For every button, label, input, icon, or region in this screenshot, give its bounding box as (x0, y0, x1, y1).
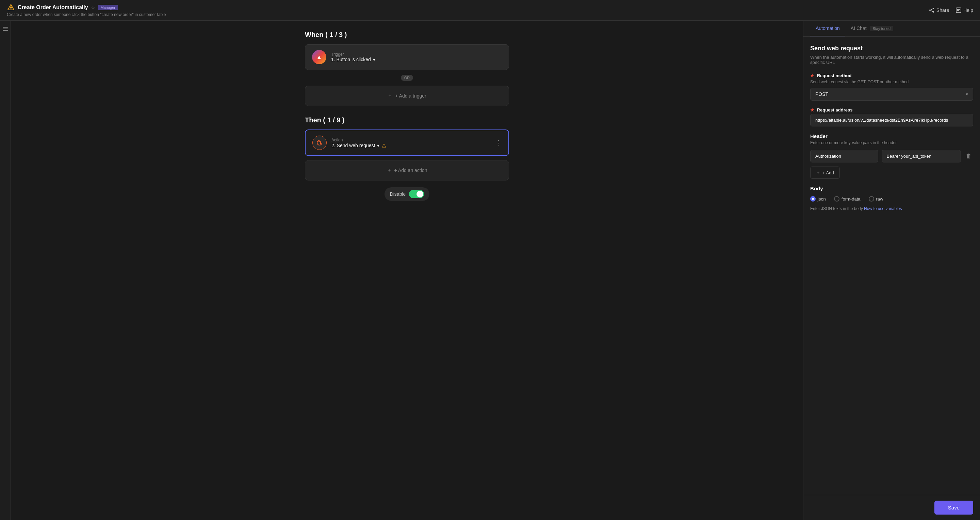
stay-tuned-badge: Stay tuned (870, 26, 893, 31)
svg-line-6 (931, 11, 933, 11)
tab-ai-chat[interactable]: AI Chat Stay tuned (845, 21, 899, 36)
bottom-bar: Disable (305, 181, 509, 208)
svg-point-4 (933, 11, 934, 13)
request-method-value: POST (815, 92, 828, 97)
when-section-title: When ( 1 / 3 ) (305, 31, 509, 39)
required-star-2: ★ (810, 108, 814, 113)
add-trigger-label: + Add a trigger (395, 93, 426, 98)
trigger-chevron: ▾ (373, 57, 375, 62)
disable-toggle[interactable]: Disable (385, 187, 430, 201)
request-address-label: ★ Request address (810, 108, 973, 113)
delete-header-button[interactable]: 🗑 (964, 151, 973, 161)
star-icon[interactable]: ☆ (91, 5, 95, 10)
select-chevron (966, 92, 968, 97)
svg-line-5 (931, 9, 933, 10)
header-section-title: Header (810, 133, 973, 139)
svg-rect-11 (3, 29, 8, 29)
action-name: 2. Send web request ▾ ⚠ (331, 143, 491, 149)
flow-container: When ( 1 / 3 ) ▲ Trigger 1. Button is cl… (305, 31, 509, 208)
body-section-title: Body (810, 185, 973, 191)
right-content: Send web request When the automation sta… (803, 37, 980, 495)
app-title: Create Order Automatically (18, 5, 88, 11)
panel-title: Send web request (810, 45, 973, 52)
app-icon (7, 3, 15, 11)
add-header-icon: ＋ (816, 170, 821, 176)
sidebar-toggle[interactable] (0, 21, 11, 520)
manager-badge: Manager (98, 5, 118, 10)
right-footer: Save (803, 495, 980, 520)
required-star: ★ (810, 73, 814, 78)
share-label: Share (937, 8, 949, 13)
request-address-input[interactable] (810, 114, 973, 127)
add-action-label: + Add an action (395, 168, 427, 173)
header-value-input[interactable] (882, 150, 961, 162)
action-card[interactable]: Action 2. Send web request ▾ ⚠ ⋮ (305, 130, 509, 156)
add-trigger-card[interactable]: ＋ + Add a trigger (305, 86, 509, 106)
trigger-label: Trigger (331, 52, 375, 57)
svg-point-1 (10, 6, 12, 8)
add-action-card[interactable]: ＋ + Add an action (305, 160, 509, 181)
then-section: Then ( 1 / 9 ) Action 2. Send web reques… (305, 116, 509, 181)
add-action-icon: ＋ (387, 167, 392, 173)
action-chevron: ▾ (377, 143, 379, 148)
main-layout: When ( 1 / 3 ) ▲ Trigger 1. Button is cl… (0, 21, 980, 520)
add-header-label: + Add (822, 170, 834, 175)
share-button[interactable]: Share (929, 8, 949, 13)
right-tabs: Automation AI Chat Stay tuned (803, 21, 980, 37)
add-header-button[interactable]: ＋ + Add (810, 166, 840, 179)
action-icon (312, 136, 327, 150)
more-options-button[interactable]: ⋮ (495, 139, 501, 146)
header-section-desc: Enter one or more key-value pairs in the… (810, 140, 973, 145)
action-label: Action (331, 138, 343, 143)
trigger-card[interactable]: ▲ Trigger 1. Button is clicked ▾ (305, 44, 509, 70)
then-section-title: Then ( 1 / 9 ) (305, 116, 509, 124)
svg-rect-7 (956, 8, 961, 13)
save-button[interactable]: Save (934, 501, 973, 515)
action-info: Action 2. Send web request ▾ ⚠ (331, 137, 491, 149)
radio-raw[interactable]: raw (869, 196, 883, 201)
request-method-label: ★ Request method (810, 73, 973, 78)
toggle-switch[interactable] (409, 190, 424, 198)
trigger-info: Trigger 1. Button is clicked ▾ (331, 52, 375, 62)
right-panel: Automation AI Chat Stay tuned Send web r… (803, 21, 980, 520)
how-to-use-link[interactable]: How to use variables (864, 206, 902, 211)
header-subtitle: Create a new order when someone click th… (7, 12, 166, 17)
radio-group: json form-data raw (810, 196, 973, 201)
radio-dot-json (810, 196, 816, 201)
trigger-icon: ▲ (312, 50, 326, 64)
toggle-knob (417, 191, 423, 197)
header-row: 🗑 (810, 150, 973, 162)
svg-point-2 (933, 8, 934, 9)
tab-automation[interactable]: Automation (810, 21, 845, 36)
panel-subtitle: When the automation starts working, it w… (810, 55, 973, 65)
left-panel: When ( 1 / 3 ) ▲ Trigger 1. Button is cl… (11, 21, 803, 520)
header-left: Create Order Automatically ☆ Manager Cre… (7, 3, 166, 17)
header-titles: Create Order Automatically ☆ Manager Cre… (7, 3, 166, 17)
help-label: Help (963, 8, 973, 13)
json-hint: Enter JSON texts in the body How to use … (810, 206, 973, 211)
or-divider: OR (305, 75, 509, 81)
header-key-input[interactable] (810, 150, 878, 162)
warning-icon: ⚠ (382, 143, 386, 149)
svg-rect-12 (3, 30, 8, 31)
top-header: Create Order Automatically ☆ Manager Cre… (0, 0, 980, 21)
disable-label: Disable (390, 191, 406, 197)
or-badge: OR (401, 75, 414, 81)
radio-dot-form (834, 196, 840, 201)
request-method-desc: Send web request via the GET, POST or ot… (810, 79, 973, 84)
svg-rect-10 (3, 27, 8, 27)
svg-point-3 (929, 10, 931, 11)
radio-dot-raw (869, 196, 874, 201)
header-right: Share Help (929, 8, 973, 13)
add-trigger-icon: ＋ (388, 93, 392, 99)
trigger-name: 1. Button is clicked ▾ (331, 57, 375, 62)
radio-json[interactable]: json (810, 196, 826, 201)
help-button[interactable]: Help (956, 8, 973, 13)
request-method-select[interactable]: POST (810, 88, 973, 101)
radio-form-data[interactable]: form-data (834, 196, 861, 201)
